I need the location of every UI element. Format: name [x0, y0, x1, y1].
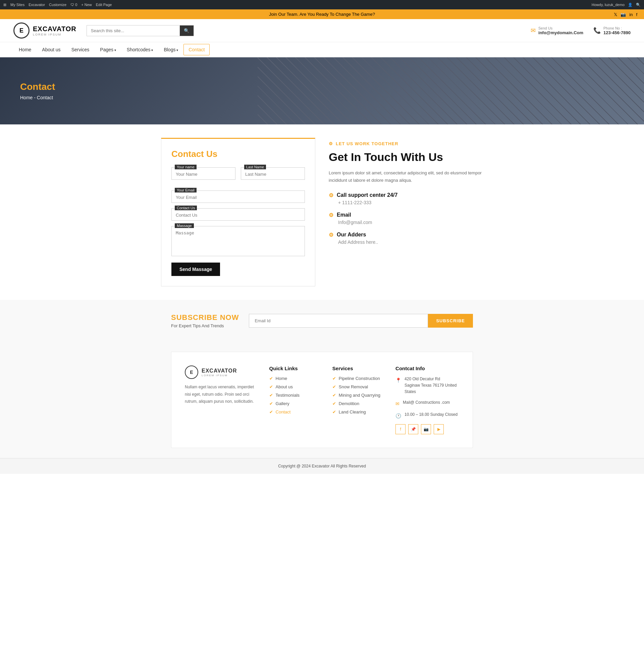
- list-item: ✔Contact: [269, 409, 322, 415]
- subscribe-button[interactable]: SUBSCRIBE: [428, 314, 473, 328]
- twitter-icon[interactable]: 𝕏: [614, 12, 617, 17]
- services-heading: Services: [332, 366, 386, 371]
- footer-pinterest-icon[interactable]: 📌: [408, 424, 418, 434]
- footer-hours: 🕐 10.00 – 18.00 Sunday Closed: [395, 412, 459, 419]
- name-row: Your name Last Name: [172, 167, 305, 185]
- address-value: Add Address here..: [329, 239, 483, 245]
- nav-contact[interactable]: Contact: [184, 44, 210, 55]
- mail-icon: ✉: [395, 400, 400, 407]
- contact-group: Contact Us: [172, 208, 305, 221]
- admin-bar: ⊞ My Sites Excavator Customize 🗨 0 + New…: [0, 0, 644, 9]
- site-logo[interactable]: E EXCAVATOR LOREM IPSUM: [13, 23, 76, 39]
- footer-email-text: Mail@ Constructions .com: [403, 400, 450, 407]
- footer: E EXCAVATOR LOREM IPSUM Nullam eget lacu…: [171, 352, 473, 448]
- message-group: Massage: [172, 226, 305, 257]
- check-icon: ✔: [332, 409, 336, 415]
- new-link[interactable]: + New: [81, 3, 92, 7]
- footer-bottom: Copyright @ 2024 Excavator All Rights Re…: [0, 458, 644, 474]
- check-icon: ✔: [269, 376, 273, 381]
- main-nav: Home About us Services Pages Shortcodes …: [0, 42, 644, 57]
- breadcrumb-home[interactable]: Home: [20, 95, 33, 100]
- copyright-text: Copyright @ 2024 Excavator All Rights Re…: [278, 464, 366, 468]
- list-item: ✔Testimonials: [269, 393, 322, 398]
- phone-icon: 📞: [593, 27, 601, 34]
- list-item: ✔Mining and Quarrying: [332, 393, 386, 398]
- send-button[interactable]: Send Massage: [172, 263, 220, 276]
- hero-content: Contact Home - Contact: [20, 81, 624, 100]
- form-heading: Contact Us: [172, 149, 305, 159]
- footer-address-text: 420 Old Decatur RdSaginaw Texas 76179 Un…: [405, 376, 459, 395]
- gear-icon-address: ⚙: [329, 232, 333, 238]
- admin-search-icon[interactable]: 🔍: [636, 3, 641, 7]
- admin-avatar: 👤: [628, 3, 633, 7]
- services-list: ✔Pipeline Construction ✔Snow Removal ✔Mi…: [332, 376, 386, 415]
- footer-social: f 📌 📷 ▶: [395, 424, 459, 434]
- footer-gallery-link[interactable]: Gallery: [276, 401, 289, 406]
- top-bar: Join Our Team. Are You Ready To Change T…: [0, 9, 644, 19]
- footer-logo: E EXCAVATOR LOREM IPSUM: [185, 366, 259, 379]
- support-phone: + 1111-222-333: [329, 200, 483, 205]
- gear-icon-sub: ⚙: [329, 141, 333, 146]
- message-input[interactable]: [172, 226, 305, 256]
- nav-services[interactable]: Services: [66, 42, 95, 57]
- snow-link[interactable]: Snow Removal: [339, 384, 368, 389]
- footer-facebook-icon[interactable]: f: [395, 424, 405, 434]
- quick-links-heading: Quick Links: [269, 366, 322, 371]
- list-item: ✔Snow Removal: [332, 384, 386, 389]
- demolition-link[interactable]: Demolition: [339, 401, 359, 406]
- first-name-label: Your name: [175, 165, 197, 169]
- edit-page-link[interactable]: Edit Page: [96, 3, 112, 7]
- nav-blogs[interactable]: Blogs: [158, 42, 184, 57]
- quick-links-list: ✔Home ✔About us ✔Testimonials ✔Gallery ✔…: [269, 376, 322, 415]
- subscribe-form: SUBSCRIBE: [249, 314, 473, 328]
- info-description: Lorem ipsum dolor sit amet, consectetur …: [329, 169, 483, 184]
- footer-logo-sub: LOREM IPSUM: [202, 374, 237, 377]
- nav-about[interactable]: About us: [37, 42, 66, 57]
- search-button[interactable]: 🔍: [180, 25, 193, 36]
- search-input[interactable]: [87, 25, 180, 36]
- check-icon: ✔: [332, 384, 336, 389]
- footer-youtube-icon[interactable]: ▶: [434, 424, 444, 434]
- facebook-icon[interactable]: f: [636, 12, 637, 17]
- pipeline-link[interactable]: Pipeline Construction: [339, 376, 380, 381]
- footer-testimonials-link[interactable]: Testimonials: [276, 393, 300, 398]
- footer-logo-text: EXCAVATOR: [202, 368, 237, 374]
- address-title: Our Adders: [337, 232, 366, 238]
- footer-hours-text: 10.00 – 18.00 Sunday Closed: [405, 412, 457, 419]
- comments-link[interactable]: 🗨 0: [71, 3, 77, 7]
- wp-icon[interactable]: ⊞: [3, 3, 7, 7]
- footer-contact-info: Contcat Info 📍 420 Old Decatur RdSaginaw…: [395, 366, 459, 434]
- list-item: ✔About us: [269, 384, 322, 389]
- footer-about-link[interactable]: About us: [276, 384, 293, 389]
- check-icon: ✔: [332, 393, 336, 398]
- customize-link[interactable]: Customize: [49, 3, 66, 7]
- sub-heading: ⚙ LET US WORK TOGETHER: [329, 141, 483, 146]
- subscribe-email-input[interactable]: [249, 314, 428, 328]
- gear-icon-support: ⚙: [329, 192, 333, 199]
- email-title: Email: [337, 212, 351, 218]
- nav-pages[interactable]: Pages: [94, 42, 121, 57]
- check-icon: ✔: [269, 393, 273, 398]
- land-clearing-link[interactable]: Land Clearing: [339, 409, 366, 415]
- logo-text: EXCAVATOR: [33, 25, 76, 33]
- top-bar-social: 𝕏 📷 in f: [614, 12, 637, 17]
- phone-value: 123-456-7890: [603, 30, 631, 35]
- excavator-link[interactable]: Excavator: [28, 3, 45, 7]
- footer-home-link[interactable]: Home: [276, 376, 288, 381]
- instagram-icon[interactable]: 📷: [620, 12, 626, 17]
- footer-instagram-icon[interactable]: 📷: [421, 424, 431, 434]
- nav-shortcodes[interactable]: Shortcodes: [122, 42, 159, 57]
- mining-link[interactable]: Mining and Quarrying: [339, 393, 380, 398]
- nav-home[interactable]: Home: [13, 42, 37, 57]
- subscribe-section: SUBSCRIBE NOW For Expert Tips And Trends…: [0, 300, 644, 342]
- footer-address: 📍 420 Old Decatur RdSaginaw Texas 76179 …: [395, 376, 459, 395]
- email-label: Your Email: [175, 188, 197, 192]
- my-sites-link[interactable]: My Sites: [10, 3, 25, 7]
- footer-services: Services ✔Pipeline Construction ✔Snow Re…: [332, 366, 386, 434]
- hero-section: Contact Home - Contact: [0, 57, 644, 124]
- subscribe-heading: SUBSCRIBE NOW: [171, 313, 239, 322]
- search-box[interactable]: 🔍: [87, 25, 194, 36]
- list-item: ✔Land Clearing: [332, 409, 386, 415]
- footer-contact-link[interactable]: Contact: [276, 409, 291, 415]
- linkedin-icon[interactable]: in: [629, 12, 633, 17]
